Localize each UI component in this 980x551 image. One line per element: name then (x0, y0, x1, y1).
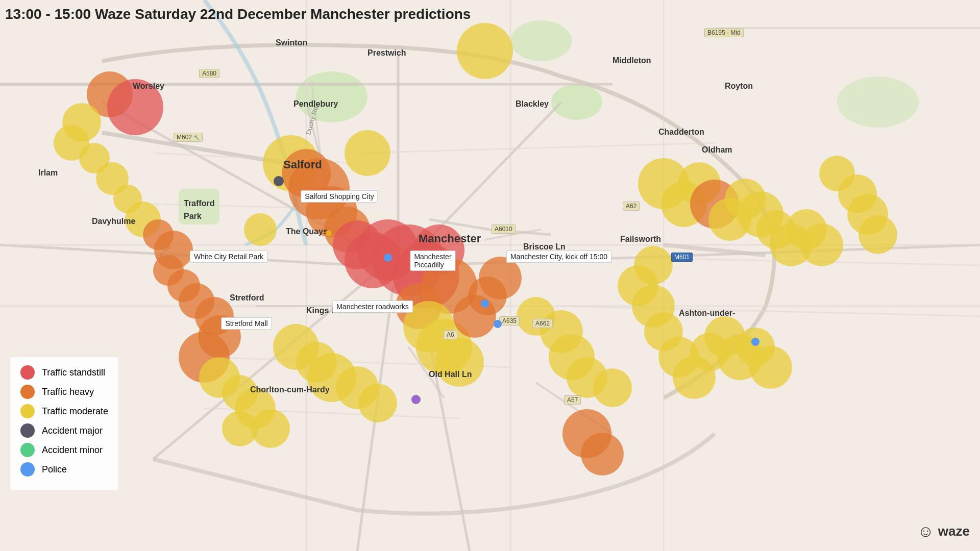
poi-label: White City Retail Park (190, 251, 267, 263)
place-name: Ashton-under- (679, 309, 735, 318)
traffic-blob (358, 384, 397, 422)
police-dot (481, 299, 489, 308)
road-label: A6010 (492, 224, 516, 234)
place-name: Chadderton (658, 128, 704, 137)
svg-point-2 (551, 84, 602, 120)
road-label: A635 (499, 316, 520, 325)
place-name: Pendlebury (293, 99, 338, 109)
legend-label: Traffic standstill (42, 367, 105, 378)
traffic-blob (581, 433, 624, 475)
legend-label: Traffic moderate (42, 406, 108, 417)
legend-color (20, 404, 35, 418)
place-name: Salford (283, 158, 322, 171)
road-label: A6 (444, 330, 457, 339)
place-name: The Quays (286, 227, 328, 236)
police-dot (384, 254, 392, 262)
legend-color (20, 385, 35, 399)
road-label: B6195 - Mid (704, 28, 744, 37)
legend-color (20, 365, 35, 380)
svg-point-5 (837, 77, 919, 128)
legend-label: Accident major (42, 425, 103, 436)
traffic-blob (345, 130, 390, 176)
map-container: Duchy Rd ton Rd 13:00 - 15:00 Waze Satur… (0, 0, 980, 551)
place-name: Prestwich (368, 48, 406, 58)
place-name: Middleton (612, 56, 651, 65)
place-name: Stretford (230, 293, 264, 303)
traffic-blob (634, 246, 673, 285)
traffic-blob (593, 368, 632, 407)
road-label: A62 (623, 202, 640, 211)
place-name: Blackley (516, 99, 549, 109)
traffic-blob (244, 213, 277, 246)
poi-label: Stretford Mall (221, 317, 272, 330)
traffic-blob (749, 346, 792, 389)
place-name: Worsley (133, 82, 164, 91)
purple-dot (411, 395, 421, 404)
traffic-blob (457, 23, 513, 79)
road-label: A662 (532, 319, 553, 328)
legend-item: Police (20, 462, 108, 477)
police-dot (751, 338, 760, 346)
place-name: Failsworth (620, 235, 661, 244)
legend-item: Accident minor (20, 443, 108, 457)
place-name: Royton (725, 82, 753, 91)
road-label: M601 (671, 253, 693, 262)
svg-point-4 (510, 20, 572, 61)
place-name: Davyhulme (92, 217, 135, 226)
traffic-blob (222, 411, 258, 446)
legend-label: Traffic heavy (42, 387, 94, 397)
road-label: A580 (199, 69, 219, 78)
legend-label: Police (42, 464, 67, 475)
place-name: Oldham (702, 145, 732, 155)
road-label: A57 (564, 395, 581, 405)
accident-major-dot (274, 176, 284, 186)
poi-label: Manchester Piccadilly (410, 251, 455, 271)
legend: Traffic standstillTraffic heavyTraffic m… (10, 357, 118, 490)
legend-item: Traffic standstill (20, 365, 108, 380)
traffic-blob (479, 257, 522, 299)
place-name: Trafford (184, 199, 214, 208)
road-label: M602 🔧 (174, 133, 203, 142)
place-name: Swinton (276, 38, 307, 47)
legend-color (20, 423, 35, 438)
traffic-blob (435, 338, 484, 387)
legend-label: Accident minor (42, 445, 103, 456)
waze-logo: ☺ waze (917, 522, 970, 541)
place-name: Irlam (38, 168, 58, 178)
traffic-blob (800, 223, 843, 266)
small-dot (326, 230, 332, 236)
place-name: Manchester (419, 232, 481, 245)
poi-label: Manchester City, kick off 15:00 (506, 251, 611, 263)
place-name: Old Hall Ln (429, 370, 472, 379)
legend-item: Accident major (20, 423, 108, 438)
poi-label: Manchester roadworks (332, 300, 413, 313)
legend-color (20, 443, 35, 457)
poi-label: Salford Shopping City (301, 190, 378, 203)
place-name: Chorlton-cum-Hardy (250, 385, 330, 394)
legend-color (20, 462, 35, 477)
page-title: 13:00 - 15:00 Waze Saturday 22nd Decembe… (5, 6, 471, 22)
place-name: Park (184, 212, 202, 221)
police-dot (494, 320, 502, 328)
traffic-blob (859, 215, 897, 254)
legend-item: Traffic moderate (20, 404, 108, 418)
legend-item: Traffic heavy (20, 385, 108, 399)
